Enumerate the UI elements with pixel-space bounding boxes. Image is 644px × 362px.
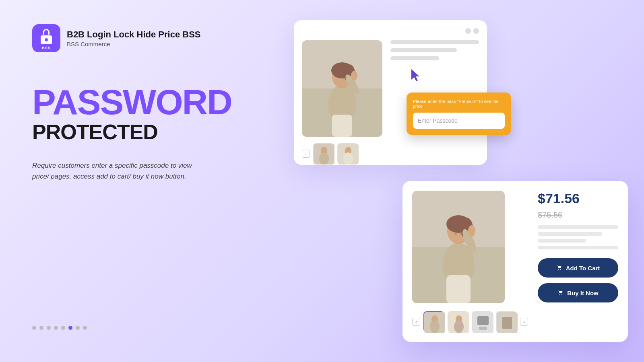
app-name: B2B Login Lock Hide Price BSS xyxy=(67,29,201,40)
price-old: $75.56 xyxy=(538,210,618,220)
right-panel: ‹ Please enter the pass "Premium" to see… xyxy=(258,0,644,362)
thumb-prev-bottom[interactable]: ‹ xyxy=(412,318,420,326)
dot-3[interactable] xyxy=(47,326,51,330)
svg-point-32 xyxy=(454,320,464,333)
dot-6-active[interactable] xyxy=(68,326,72,330)
dot-1[interactable] xyxy=(32,326,36,330)
company-name: BSS Commerce xyxy=(67,41,201,47)
card-top-nav xyxy=(302,28,479,34)
description-text: Require customers enter a specific passc… xyxy=(32,160,205,182)
detail-bar-1 xyxy=(538,225,618,229)
nav-dot-2 xyxy=(473,28,479,34)
product-detail: $71.56 $75.56 Add To Cart Buy It Now xyxy=(538,191,618,332)
add-to-cart-label: Add To Cart xyxy=(566,265,600,272)
lock-keyhole-icon xyxy=(45,38,48,41)
passcode-input-field[interactable]: Enter Passcode xyxy=(413,113,505,129)
headline-protected: PROTECTED xyxy=(32,120,229,144)
woman-figure-bottom-svg xyxy=(412,191,505,303)
buy-now-label: Buy It Now xyxy=(567,290,599,296)
thumb-1-top[interactable] xyxy=(313,143,334,164)
logo-area: BSS B2B Login Lock Hide Price BSS BSS Co… xyxy=(32,24,229,52)
svg-rect-35 xyxy=(479,327,487,330)
dot-5[interactable] xyxy=(61,326,65,330)
logo-text: B2B Login Lock Hide Price BSS BSS Commer… xyxy=(67,29,201,47)
dot-8[interactable] xyxy=(83,326,87,330)
thumb-2-bottom[interactable] xyxy=(448,311,469,332)
svg-rect-34 xyxy=(477,316,489,325)
info-bar-2 xyxy=(390,48,457,52)
thumb-3-bottom[interactable] xyxy=(472,311,493,332)
detail-bar-4 xyxy=(538,246,618,249)
headline-password: PASSWORD xyxy=(32,84,229,120)
detail-bar-2 xyxy=(538,232,602,236)
passcode-popup: Please enter the pass "Premium" to see t… xyxy=(407,93,511,135)
top-product-image xyxy=(302,40,382,137)
dot-2[interactable] xyxy=(39,326,43,330)
dot-4[interactable] xyxy=(54,326,58,330)
detail-bars xyxy=(538,225,618,249)
detail-bar-3 xyxy=(538,239,586,243)
lock-shackle-icon xyxy=(43,29,50,35)
svg-marker-9 xyxy=(411,69,419,81)
svg-rect-19 xyxy=(446,275,471,303)
dot-7[interactable] xyxy=(76,326,80,330)
top-product-card: ‹ Please enter the pass "Premium" to see… xyxy=(294,20,487,165)
top-thumbnail-row: ‹ xyxy=(302,143,479,164)
lock-body-icon xyxy=(41,35,52,44)
info-bar-3 xyxy=(390,56,439,60)
left-panel: BSS B2B Login Lock Hide Price BSS BSS Co… xyxy=(0,0,262,362)
passcode-label: Please enter the pass "Premium" to see t… xyxy=(413,99,505,109)
thumb-1-bottom[interactable] xyxy=(423,311,444,332)
bottom-product-image xyxy=(412,191,505,303)
buy-it-now-button[interactable]: Buy It Now xyxy=(538,283,618,302)
woman-figure-top-svg xyxy=(302,40,382,137)
svg-point-29 xyxy=(430,320,440,333)
pagination-dots xyxy=(32,326,229,338)
svg-point-25 xyxy=(454,232,457,235)
thumb-4-bottom[interactable] xyxy=(496,311,517,332)
cursor-icon xyxy=(411,68,423,82)
info-bar-1 xyxy=(390,40,479,44)
svg-point-8 xyxy=(351,71,357,80)
thumb-prev-top[interactable]: ‹ xyxy=(302,150,310,158)
buy-now-cart-icon xyxy=(557,290,564,296)
svg-rect-37 xyxy=(502,317,512,329)
thumb-next-bottom[interactable]: › xyxy=(520,318,528,326)
price-new: $71.56 xyxy=(538,191,618,206)
headline: PASSWORD PROTECTED xyxy=(32,84,229,144)
thumb-2-top[interactable] xyxy=(337,143,358,164)
passcode-placeholder: Enter Passcode xyxy=(418,117,458,124)
add-to-cart-button[interactable]: Add To Cart xyxy=(538,258,618,278)
bottom-product-card: ‹ xyxy=(402,181,628,342)
svg-rect-3 xyxy=(332,115,352,137)
cart-icon xyxy=(556,265,563,271)
nav-dot-1 xyxy=(465,28,471,34)
svg-point-26 xyxy=(460,232,462,235)
app-logo-icon: BSS xyxy=(32,24,60,52)
svg-point-24 xyxy=(468,225,475,237)
bss-label: BSS xyxy=(42,46,51,50)
bottom-thumbnail-row: ‹ xyxy=(412,311,528,332)
